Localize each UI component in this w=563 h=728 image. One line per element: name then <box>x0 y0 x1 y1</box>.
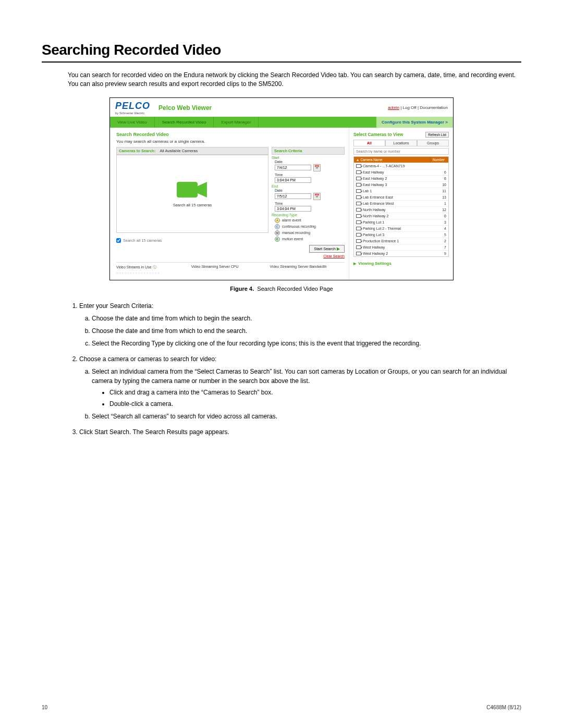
brand-subtitle: by Schneider Electric <box>115 112 150 115</box>
end-time-input[interactable] <box>275 206 311 212</box>
logoff-link[interactable]: Log Off <box>403 105 417 110</box>
camera-name: East Hallway <box>363 170 384 174</box>
status-bw-label: Video Streaming Server Bandwidth <box>270 265 327 275</box>
user-link[interactable]: admin <box>388 105 399 110</box>
recording-type-label: Recording Type <box>272 213 345 217</box>
camera-icon <box>356 164 361 168</box>
viewing-settings-toggle[interactable]: Viewing Settings <box>353 261 449 266</box>
search-all-label: Search all 15 cameras <box>123 238 162 243</box>
table-row[interactable]: Parking Lot 13 <box>354 219 448 225</box>
tab-search-recorded[interactable]: Search Recorded Video <box>155 117 214 128</box>
camera-number: 13 <box>431 194 448 200</box>
rectype-motion[interactable]: Emotion event <box>275 237 345 242</box>
cam-tab-all[interactable]: All <box>353 140 385 146</box>
footer-page-number: 10 <box>42 705 47 710</box>
table-row[interactable]: East Hallway 28 <box>354 175 448 181</box>
refresh-list-button[interactable]: Refresh List <box>425 132 449 138</box>
table-row[interactable]: East Hallway6 <box>354 169 448 175</box>
brand-logo: PELCO by Schneider Electric <box>115 101 150 115</box>
cam-tab-groups[interactable]: Groups <box>417 140 449 146</box>
col-camera-name[interactable]: Camera Name <box>360 158 382 162</box>
title-rule <box>42 61 521 63</box>
tab-view-live[interactable]: View Live Video <box>110 117 155 128</box>
camera-number: 5 <box>431 232 448 238</box>
camera-search-input[interactable] <box>353 148 449 155</box>
screenshot-figure: PELCO by Schneider Electric Pelco Web Vi… <box>109 97 454 280</box>
cams-value: All Available Cameras <box>160 149 198 153</box>
rectype-alarm[interactable]: Aalarm event <box>275 218 345 223</box>
app-title: Pelco Web Viewer <box>158 104 212 112</box>
camera-name: West Hallway 2 <box>363 252 388 255</box>
search-all-checkbox[interactable] <box>116 238 121 243</box>
camera-number: 7 <box>431 244 448 250</box>
camera-icon <box>356 245 361 249</box>
section-subnote: You may search all cameras or a single c… <box>116 139 345 144</box>
rectype-continuous[interactable]: Ccontinuous recording <box>275 224 345 229</box>
section-title: Search Recorded Video <box>116 132 345 137</box>
camera-icon <box>356 208 361 212</box>
end-date-input[interactable] <box>275 193 311 199</box>
camera-icon <box>356 227 361 230</box>
tab-export-manager[interactable]: Export Manager <box>214 117 259 128</box>
camera-name: North Hallway 2 <box>363 214 388 218</box>
camera-name: Lab Entrance East <box>363 195 393 199</box>
page-footer: 10 C4688M (8/12) <box>42 705 521 710</box>
camera-number: 1 <box>431 201 448 206</box>
start-search-button[interactable]: Start Search ▶ <box>309 245 345 253</box>
camera-number: 10 <box>431 182 448 188</box>
camera-icon <box>356 177 361 180</box>
table-row[interactable]: Production Entrance 12 <box>354 238 448 244</box>
table-row[interactable]: North Hallway 20 <box>354 213 448 219</box>
rectype-manual[interactable]: Mmanual recording <box>275 230 345 236</box>
table-row[interactable]: Lab Entrance West1 <box>354 200 448 206</box>
documentation-link[interactable]: Documentation <box>420 105 448 110</box>
table-row[interactable]: West Hallway 29 <box>354 250 448 256</box>
table-row[interactable]: Parking Lot 35 <box>354 231 448 238</box>
camera-number: 0 <box>431 213 448 219</box>
table-row[interactable]: West Hallway7 <box>354 244 448 250</box>
search-all-checkbox-row[interactable]: Search all 15 cameras <box>116 238 268 243</box>
status-streams-label: Video Streams in Use <box>116 265 152 269</box>
camera-icon <box>356 183 361 187</box>
camera-number: 6 <box>431 169 448 175</box>
camera-number: 12 <box>431 207 448 213</box>
camera-icon <box>356 189 361 193</box>
table-row[interactable]: Camera-4 - ...T-ACAN719 <box>354 163 448 169</box>
configure-system-link[interactable]: Configure this System Manager > <box>376 117 453 128</box>
table-row[interactable]: East Hallway 310 <box>354 181 448 188</box>
camera-name: Lab Entrance West <box>363 202 394 205</box>
calendar-icon[interactable]: 📅 <box>313 193 321 200</box>
table-row[interactable]: Lab Entrance East13 <box>354 194 448 200</box>
clear-search-link[interactable]: Clear Search <box>272 254 345 258</box>
intro-paragraph: You can search for recorded video on the… <box>68 71 521 89</box>
cams-label: Cameras to Search: <box>119 149 155 153</box>
table-row[interactable]: Lab 111 <box>354 188 448 194</box>
cameras-drop-area[interactable]: Search all 15 cameras <box>116 155 268 233</box>
col-number[interactable]: Number <box>431 157 448 163</box>
end-label: End <box>272 184 345 188</box>
nav-bar: View Live Video Search Recorded Video Ex… <box>110 117 453 128</box>
start-label: Start <box>272 156 345 159</box>
app-header: PELCO by Schneider Electric Pelco Web Vi… <box>110 98 453 117</box>
start-date-input[interactable] <box>275 165 311 170</box>
camera-name: North Hallway <box>363 208 386 212</box>
svg-rect-0 <box>177 182 198 198</box>
camera-icon <box>356 252 361 255</box>
camera-icon <box>356 214 361 218</box>
start-time-input[interactable] <box>275 177 311 183</box>
camera-name: West Hallway <box>363 245 385 249</box>
camera-name: Production Entrance 1 <box>363 239 399 243</box>
table-row[interactable]: Parking Lot 2 - Thermal4 <box>354 225 448 231</box>
cam-tab-locations[interactable]: Locations <box>385 140 417 146</box>
calendar-icon[interactable]: 📅 <box>313 164 321 171</box>
camera-table: ▲Camera Name Number Camera-4 - ...T-ACAN… <box>353 156 449 257</box>
instructions: Enter your Search Criteria: Choose the d… <box>42 301 521 437</box>
camera-name: Parking Lot 1 <box>363 220 384 224</box>
camera-icon <box>356 170 361 174</box>
status-cpu-label: Video Streaming Server CPU <box>191 265 239 275</box>
page-title: Searching Recorded Video <box>42 42 521 58</box>
camera-icon <box>177 180 208 200</box>
figure-caption: Figure 4. Search Recorded Video Page <box>42 286 521 292</box>
top-links: admin | Log Off | Documentation <box>388 105 448 110</box>
table-row[interactable]: North Hallway12 <box>354 206 448 213</box>
